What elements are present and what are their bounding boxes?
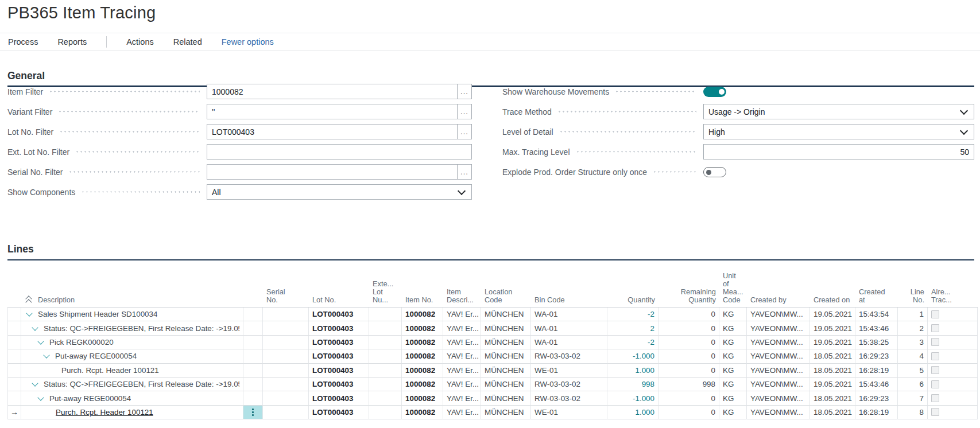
col-header-cat[interactable]: Created at (855, 262, 898, 307)
cell-uom[interactable]: KG (719, 308, 747, 321)
cell-extlot[interactable] (369, 308, 402, 321)
table-row[interactable]: Status: QC->FREIGEGEBEN, First Release D… (7, 321, 978, 335)
select-level-of-detail[interactable]: High (703, 124, 974, 139)
cell-extlot[interactable] (369, 406, 402, 419)
cell-rem[interactable]: 0 (659, 308, 719, 321)
cell-rem[interactable]: 0 (659, 364, 719, 378)
cell-cat[interactable]: 16:29:23 (855, 349, 898, 363)
cell-bin[interactable]: WE-01 (531, 364, 607, 378)
col-header-rem[interactable]: Remaining Quantity (659, 262, 719, 307)
cell-itemno[interactable]: 1000082 (402, 378, 443, 391)
table-row[interactable]: →Purch. Rcpt. Header 100121LOT0004031000… (7, 406, 978, 419)
cell-cat[interactable]: 16:28:19 (855, 364, 898, 378)
menu-item-process[interactable]: Process (8, 37, 38, 46)
cell-itemdesc[interactable]: YAV! Er... (443, 406, 481, 419)
cell-qty[interactable]: -2 (607, 308, 659, 321)
cell-uom[interactable]: KG (719, 349, 747, 363)
col-header-con[interactable]: Created on (810, 262, 855, 307)
cell-rem[interactable]: 0 (659, 321, 719, 335)
cell-rem[interactable]: 0 (659, 336, 719, 349)
cell-con[interactable]: 19.05.2021 (810, 321, 855, 335)
assist-edit-ellipsis-icon[interactable]: ... (457, 104, 471, 119)
cell-extlot[interactable] (369, 336, 402, 349)
cell-serial[interactable] (263, 406, 309, 419)
input-serial-no-filter[interactable]: ... (207, 164, 472, 180)
cell-cby[interactable]: YAVEON\MW... (747, 378, 810, 391)
cell-alre[interactable] (928, 308, 978, 321)
cell-serial[interactable] (263, 349, 309, 363)
cell-itemdesc[interactable]: YAV! Er... (443, 364, 481, 378)
cell-itemno[interactable]: 1000082 (402, 364, 443, 378)
cell-cby[interactable]: YAVEON\MW... (747, 406, 810, 419)
table-row[interactable]: Put-away REGE000054LOT0004031000082YAV! … (7, 349, 978, 363)
col-header-line[interactable]: Line No. (898, 262, 928, 307)
cell-uom[interactable]: KG (719, 406, 747, 419)
col-header-itemno[interactable]: Item No. (402, 262, 443, 307)
cell-alre[interactable] (928, 349, 978, 363)
menu-item-reports[interactable]: Reports (57, 37, 87, 46)
cell-loc[interactable]: MÜNCHEN (481, 391, 531, 405)
already-traced-checkbox[interactable] (931, 408, 939, 416)
cell-alre[interactable] (928, 391, 978, 405)
table-row[interactable]: Put-away REGE000054LOT0004031000082YAV! … (7, 391, 978, 405)
cell-desc[interactable]: Purch. Rcpt. Header 100121 (21, 364, 243, 378)
cell-bin[interactable]: WE-01 (531, 406, 607, 419)
cell-mini[interactable] (243, 308, 263, 321)
cell-lot[interactable]: LOT000403 (309, 391, 369, 405)
col-header-extlot[interactable]: Exte... Lot Nu... (369, 262, 402, 307)
cell-desc[interactable]: Put-away REGE000054 (21, 391, 243, 405)
already-traced-checkbox[interactable] (931, 380, 939, 388)
cell-uom[interactable]: KG (719, 364, 747, 378)
cell-line[interactable]: 6 (898, 378, 928, 391)
cell-con[interactable]: 18.05.2021 (810, 406, 855, 419)
cell-con[interactable]: 18.05.2021 (810, 391, 855, 405)
show-more-ellipsis-icon[interactable] (243, 406, 262, 419)
cell-desc[interactable]: Status: QC->FREIGEGEBEN, First Release D… (21, 378, 243, 391)
cell-loc[interactable]: MÜNCHEN (481, 349, 531, 363)
cell-line[interactable]: 3 (898, 336, 928, 349)
cell-itemdesc[interactable]: YAV! Er... (443, 349, 481, 363)
cell-lot[interactable]: LOT000403 (309, 378, 369, 391)
cell-itemno[interactable]: 1000082 (402, 391, 443, 405)
tree-expand-chevron-icon[interactable] (36, 397, 45, 400)
cell-itemdesc[interactable]: YAV! Er... (443, 336, 481, 349)
col-header-qty[interactable]: Quantity (607, 262, 659, 307)
cell-loc[interactable]: MÜNCHEN (481, 321, 531, 335)
already-traced-checkbox[interactable] (931, 338, 939, 346)
cell-extlot[interactable] (369, 378, 402, 391)
cell-itemdesc[interactable]: YAV! Er... (443, 321, 481, 335)
input-max-tracing-level[interactable]: 50 (703, 144, 974, 159)
cell-cat[interactable]: 15:43:54 (855, 308, 898, 321)
toggle-show-warehouse-movements[interactable] (703, 87, 726, 97)
cell-serial[interactable] (263, 321, 309, 335)
cell-uom[interactable]: KG (719, 391, 747, 405)
cell-bin[interactable]: RW-03-03-02 (531, 349, 607, 363)
col-header-alre[interactable]: Alre... Trac... (928, 262, 978, 307)
cell-mini[interactable] (243, 349, 263, 363)
cell-mini[interactable] (243, 378, 263, 391)
tree-expand-chevron-icon[interactable] (42, 355, 51, 357)
menu-item-fewer-options[interactable]: Fewer options (222, 37, 274, 46)
cell-serial[interactable] (263, 336, 309, 349)
cell-extlot[interactable] (369, 364, 402, 378)
collapse-all-icon[interactable] (25, 296, 33, 303)
table-row[interactable]: Sales Shipment Header SD100034LOT0004031… (7, 308, 978, 321)
cell-lot[interactable]: LOT000403 (309, 349, 369, 363)
cell-uom[interactable]: KG (719, 378, 747, 391)
cell-itemno[interactable]: 1000082 (402, 336, 443, 349)
tree-expand-chevron-icon[interactable] (30, 327, 40, 330)
cell-line[interactable]: 4 (898, 349, 928, 363)
menu-item-actions[interactable]: Actions (126, 37, 154, 46)
cell-desc[interactable]: Pick REGK000020 (21, 336, 243, 349)
already-traced-checkbox[interactable] (931, 394, 939, 402)
cell-loc[interactable]: MÜNCHEN (481, 336, 531, 349)
cell-loc[interactable]: MÜNCHEN (481, 308, 531, 321)
input-ext-lot-no-filter[interactable] (207, 144, 472, 159)
assist-edit-ellipsis-icon[interactable]: ... (457, 124, 471, 139)
table-row[interactable]: Purch. Rcpt. Header 100121LOT00040310000… (7, 364, 978, 378)
already-traced-checkbox[interactable] (931, 310, 939, 318)
general-section-heading[interactable]: General (7, 70, 45, 82)
cell-con[interactable]: 19.05.2021 (810, 336, 855, 349)
cell-qty[interactable]: 998 (607, 378, 659, 391)
toggle-explode-prod-order-structure-only-once[interactable] (703, 167, 726, 177)
